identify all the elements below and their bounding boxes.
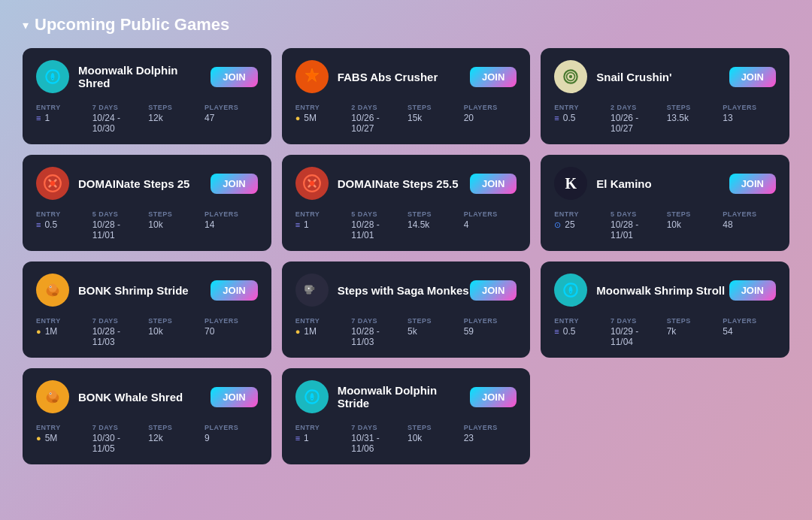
steps-label: STEPS — [667, 317, 720, 325]
game-card-bonk-whale-shred: BONK Whale Shred JOIN ENTRY ●5M 7 DAYS 1… — [23, 368, 271, 464]
svg-point-15 — [308, 288, 309, 289]
days-label: 7 DAYS — [351, 317, 404, 325]
stat-steps: STEPS 5k — [408, 317, 461, 347]
card-top: DOMAINate Steps 25.5 JOIN — [295, 167, 517, 200]
game-card-dominate-steps-25: DOMAINate Steps 25 JOIN ENTRY ≡0.5 5 DAY… — [23, 155, 271, 251]
game-card-fabs-abs-crusher: FABS Abs Crusher JOIN ENTRY ●5M 2 DAYS 1… — [282, 48, 531, 144]
stat-days: 2 DAYS 10/26 - 10/27 — [351, 104, 404, 134]
players-value: 9 — [205, 433, 258, 443]
card-left: Moonwalk Dolphin Shred — [36, 60, 211, 93]
stat-days: 5 DAYS 10/28 - 11/01 — [611, 210, 664, 240]
players-value: 70 — [205, 326, 258, 337]
stat-steps: STEPS 13.5k — [667, 104, 720, 134]
game-name: Snail Crushin' — [596, 71, 671, 83]
stat-entry: ENTRY ≡0.5 — [36, 210, 89, 240]
stat-players: PLAYERS 13 — [723, 104, 776, 134]
join-button[interactable]: JOIN — [211, 387, 257, 407]
days-label: 7 DAYS — [351, 424, 404, 431]
days-label: 7 DAYS — [92, 317, 146, 325]
stat-entry: ENTRY ●5M — [36, 424, 89, 454]
steps-value: 7k — [667, 326, 720, 337]
stat-players: PLAYERS 48 — [723, 210, 776, 240]
game-card-bonk-shrimp-stride: BONK Shrimp Stride JOIN ENTRY ●1M 7 DAYS… — [23, 262, 271, 358]
game-icon — [36, 380, 69, 413]
games-grid: Moonwalk Dolphin Shred JOIN ENTRY ≡1 7 D… — [23, 48, 789, 464]
game-name: DOMAINate Steps 25.5 — [338, 177, 459, 190]
stat-players: PLAYERS 20 — [464, 104, 517, 134]
game-card-snail-crushin: Snail Crushin' JOIN ENTRY ≡0.5 2 DAYS 10… — [541, 48, 789, 144]
days-value: 10/26 - 10/27 — [611, 113, 664, 134]
card-left: BONK Shrimp Stride — [36, 274, 189, 307]
stat-players: PLAYERS 47 — [205, 104, 258, 134]
card-left: Steps with Saga Monkes — [295, 274, 469, 307]
stat-days: 2 DAYS 10/26 - 10/27 — [611, 104, 664, 134]
game-name: Steps with Saga Monkes — [338, 284, 469, 297]
players-label: PLAYERS — [464, 104, 517, 111]
steps-value: 10k — [148, 326, 201, 337]
game-icon — [554, 60, 587, 93]
card-stats: ENTRY ≡1 5 DAYS 10/28 - 11/01 STEPS 14.5… — [295, 210, 517, 240]
game-icon — [36, 60, 69, 93]
game-icon — [554, 274, 587, 307]
days-value: 10/28 - 11/01 — [611, 219, 664, 240]
card-stats: ENTRY ●1M 7 DAYS 10/28 - 11/03 STEPS 10k… — [36, 317, 258, 347]
svg-point-17 — [569, 289, 572, 292]
join-button[interactable]: JOIN — [211, 280, 257, 301]
steps-value: 10k — [667, 219, 720, 230]
game-card-dominate-steps-255: DOMAINate Steps 25.5 JOIN ENTRY ≡1 5 DAY… — [282, 155, 531, 251]
steps-value: 5k — [408, 326, 461, 337]
entry-value: ≡1 — [36, 113, 89, 123]
stat-days: 5 DAYS 10/28 - 11/01 — [92, 210, 146, 240]
days-value: 10/28 - 11/01 — [351, 219, 404, 240]
game-card-moonwalk-dolphin-stride: Moonwalk Dolphin Stride JOIN ENTRY ≡1 7 … — [282, 368, 531, 464]
game-icon — [295, 60, 329, 93]
join-button[interactable]: JOIN — [729, 174, 776, 194]
stat-entry: ENTRY ≡0.5 — [554, 317, 607, 347]
game-name: Moonwalk Dolphin Stride — [338, 384, 470, 410]
steps-label: STEPS — [408, 210, 461, 218]
players-label: PLAYERS — [205, 317, 258, 325]
card-left: Snail Crushin' — [554, 60, 671, 93]
join-button[interactable]: JOIN — [729, 67, 776, 87]
join-button[interactable]: JOIN — [729, 280, 776, 301]
players-label: PLAYERS — [723, 317, 776, 325]
stat-days: 5 DAYS 10/28 - 11/01 — [351, 210, 404, 240]
stat-steps: STEPS 14.5k — [408, 210, 461, 240]
join-button[interactable]: JOIN — [211, 67, 257, 87]
steps-value: 10k — [148, 219, 201, 230]
card-top: Moonwalk Dolphin Shred JOIN — [36, 60, 258, 93]
entry-label: ENTRY — [36, 104, 89, 111]
stat-players: PLAYERS 23 — [464, 424, 517, 454]
players-label: PLAYERS — [723, 104, 776, 111]
players-value: 20 — [464, 113, 517, 123]
svg-point-0 — [51, 75, 54, 78]
game-icon — [295, 167, 329, 200]
card-top: Steps with Saga Monkes JOIN — [295, 274, 517, 307]
card-stats: ENTRY ≡1 7 DAYS 10/31 - 11/06 STEPS 10k … — [295, 424, 517, 454]
players-value: 4 — [464, 219, 517, 230]
join-button[interactable]: JOIN — [470, 67, 517, 87]
join-button[interactable]: JOIN — [470, 174, 517, 194]
join-button[interactable]: JOIN — [470, 280, 517, 301]
card-stats: ENTRY ≡1 7 DAYS 10/24 - 10/30 STEPS 12k … — [36, 104, 258, 134]
card-top: Moonwalk Dolphin Stride JOIN — [295, 380, 517, 413]
join-button[interactable]: JOIN — [470, 387, 517, 407]
game-name: DOMAINate Steps 25 — [78, 177, 189, 190]
card-stats: ENTRY ≡0.5 7 DAYS 10/29 - 11/04 STEPS 7k… — [554, 317, 776, 347]
days-value: 10/31 - 11/06 — [351, 433, 404, 454]
join-button[interactable]: JOIN — [211, 174, 257, 194]
players-label: PLAYERS — [205, 210, 258, 218]
players-label: PLAYERS — [205, 104, 258, 111]
days-value: 10/26 - 10/27 — [351, 113, 404, 134]
card-stats: ENTRY ●5M 7 DAYS 10/30 - 11/05 STEPS 12k… — [36, 424, 258, 454]
stat-entry: ENTRY ≡1 — [295, 210, 349, 240]
game-name: Moonwalk Dolphin Shred — [78, 64, 211, 89]
players-value: 14 — [205, 219, 258, 230]
svg-point-3 — [569, 75, 572, 78]
stat-days: 7 DAYS 10/31 - 11/06 — [351, 424, 404, 454]
svg-point-5 — [50, 181, 56, 186]
entry-value: ≡0.5 — [36, 219, 89, 230]
card-left: DOMAINate Steps 25 — [36, 167, 189, 200]
steps-value: 14.5k — [408, 219, 461, 230]
days-label: 7 DAYS — [92, 104, 146, 111]
